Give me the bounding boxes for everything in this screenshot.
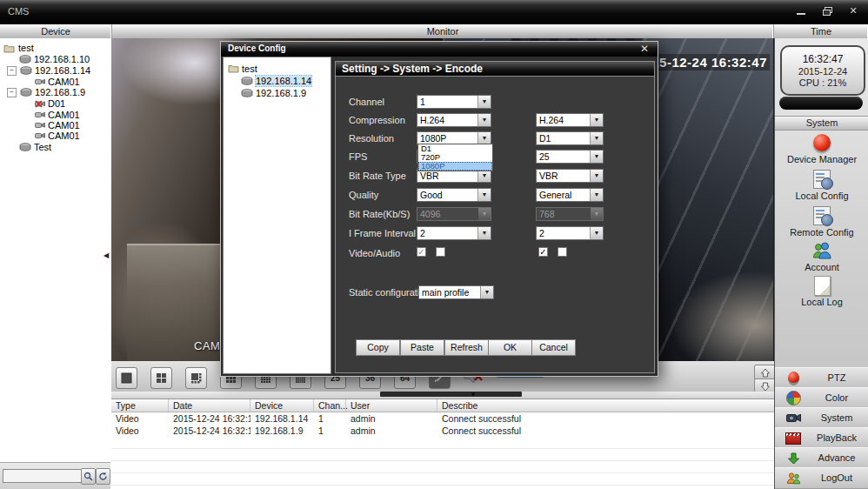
tab-time[interactable]: Time	[774, 24, 868, 38]
logout-button[interactable]: LogOut	[775, 467, 868, 489]
column-header[interactable]: Describe	[437, 399, 774, 412]
advance-button[interactable]: Advance	[775, 447, 868, 469]
copy-button[interactable]: Copy	[356, 339, 400, 356]
tree-item[interactable]: Test	[19, 142, 51, 152]
tree-item[interactable]: − 192.168.1.14	[7, 65, 90, 76]
fps-select-2[interactable]: 25▼	[536, 150, 604, 164]
column-header[interactable]: Date	[169, 399, 250, 412]
collapse-box[interactable]: −	[7, 88, 17, 97]
system-panel-header: System	[775, 116, 868, 131]
split-4-icon	[156, 372, 167, 384]
resolution-dropdown-list: D1 720P 1080P	[417, 144, 493, 171]
chevron-down-icon: ▼	[477, 114, 491, 126]
tree-item[interactable]: CAM01	[35, 131, 80, 141]
table-row[interactable]: Video 2015-12-24 16:32:12 192.168.1.14 1…	[111, 412, 774, 425]
split-1-icon	[121, 372, 132, 384]
form-row-bitrate: Bit Rate(Kb/S) 4096▼ 768▼	[349, 207, 649, 221]
profile-select[interactable]: main profile▼	[418, 285, 494, 299]
dialog-tree-root[interactable]: test	[228, 63, 257, 74]
paste-button[interactable]: Paste	[400, 339, 444, 356]
clock-panel: 16:32:47 2015-12-24 CPU : 21%	[780, 45, 865, 96]
right-sidebar: 16:32:47 2015-12-24 CPU : 21% System Dev…	[774, 38, 868, 489]
tree-root[interactable]: test	[3, 43, 34, 53]
split-8-button[interactable]	[185, 367, 207, 389]
minimize-button[interactable]	[793, 5, 809, 17]
refresh-button[interactable]: Refresh	[444, 339, 489, 356]
audio-checkbox[interactable]	[436, 247, 445, 257]
refresh-button[interactable]	[96, 468, 110, 485]
tool-device-manager[interactable]: Device Manager	[775, 132, 868, 165]
collapse-box[interactable]: −	[7, 66, 17, 76]
resolution-select-2[interactable]: D1▼	[536, 131, 604, 145]
camera-icon	[35, 111, 45, 118]
column-header[interactable]: Type	[111, 399, 169, 412]
color-button[interactable]: Color	[775, 387, 868, 409]
close-button[interactable]: ✕	[845, 5, 861, 17]
split-4-button[interactable]	[150, 367, 172, 389]
tree-item[interactable]: D01	[35, 98, 65, 109]
audio-checkbox-2[interactable]	[558, 247, 567, 257]
log-table-header: Type Date Device Chan... User Describe	[111, 399, 774, 412]
log-table: Type Date Device Chan... User Describe V…	[111, 399, 774, 489]
search-input[interactable]	[3, 469, 83, 483]
bitrate-type-select-2[interactable]: VBR▼	[536, 169, 604, 183]
form-row-channel: Channel 1▼	[349, 95, 649, 109]
panel-splitter[interactable]: ▼	[111, 392, 774, 399]
tool-account[interactable]: Account	[775, 240, 868, 273]
tree-item[interactable]: CAM01	[35, 110, 80, 120]
quality-select-2[interactable]: General▼	[536, 188, 604, 202]
quality-select[interactable]: Good▼	[417, 188, 491, 202]
compression-select[interactable]: H.264▼	[417, 113, 491, 127]
splitter-thumb[interactable]	[380, 392, 522, 397]
local-config-icon	[811, 169, 833, 190]
cancel-button[interactable]: Cancel	[531, 339, 576, 356]
tab-monitor[interactable]: Monitor	[112, 24, 774, 38]
tab-monitor-label: Monitor	[427, 26, 459, 37]
tab-device[interactable]: Device	[0, 24, 112, 38]
device-icon	[19, 143, 31, 151]
logout-icon	[785, 471, 801, 486]
maximize-button[interactable]	[819, 5, 835, 17]
tab-time-label: Time	[811, 26, 831, 37]
tool-local-config[interactable]: Local Config	[775, 169, 868, 202]
chevron-down-icon: ▼	[477, 170, 491, 182]
camera-offline-icon	[35, 100, 45, 108]
tree-item[interactable]: CAM01	[35, 120, 80, 131]
iframe-interval-select[interactable]: 2▼	[417, 226, 491, 240]
column-header[interactable]: User	[346, 399, 437, 412]
tree-item[interactable]: 192.168.1.10	[19, 54, 90, 64]
collapse-panel-arrow[interactable]: ◀	[103, 251, 109, 259]
system-button[interactable]: System	[775, 407, 868, 429]
status-indicator-bar	[779, 97, 863, 110]
channel-select[interactable]: 1▼	[417, 95, 491, 109]
column-header[interactable]: Chan...	[314, 399, 346, 412]
device-manager-icon	[811, 132, 833, 153]
dropdown-option-selected[interactable]: 1080P	[418, 162, 492, 171]
tool-remote-config[interactable]: Remote Config	[775, 205, 868, 238]
dialog-tree-item[interactable]: 192.168.1.9	[241, 87, 306, 98]
search-icon	[83, 472, 93, 481]
dialog-tree-item-selected[interactable]: 192.168.1.14	[241, 75, 311, 86]
search-button[interactable]	[81, 468, 96, 485]
bitrate-select-2-disabled: 768▼	[536, 207, 604, 221]
compression-select-2[interactable]: H.264▼	[536, 113, 604, 127]
iframe-interval-select-2[interactable]: 2▼	[536, 226, 604, 240]
dialog-close-button[interactable]: ✕	[640, 43, 649, 55]
split-1-button[interactable]	[116, 367, 137, 389]
tree-root-label: test	[18, 43, 34, 53]
device-icon	[20, 88, 32, 97]
tool-local-log[interactable]: Local Log	[775, 275, 868, 308]
video-checkbox-2[interactable]: ✓	[538, 247, 548, 257]
tree-item[interactable]: − 192.168.1.9	[7, 87, 85, 97]
ptz-button[interactable]: PTZ	[775, 367, 868, 389]
dialog-title-bar[interactable]: Device Config ✕	[221, 42, 658, 57]
tree-item[interactable]: CAM01	[35, 77, 80, 87]
refresh-icon	[98, 472, 108, 481]
ok-button[interactable]: OK	[488, 339, 532, 356]
column-header[interactable]: Device	[250, 399, 314, 412]
form-row-quality: Quality Good▼ General▼	[349, 188, 649, 202]
playback-button[interactable]: PlayBack	[775, 427, 868, 449]
system-camera-icon	[785, 411, 801, 425]
chevron-down-icon: ▼	[590, 151, 603, 163]
table-row[interactable]: Video 2015-12-24 16:32:10 192.168.1.9 1 …	[111, 425, 774, 437]
